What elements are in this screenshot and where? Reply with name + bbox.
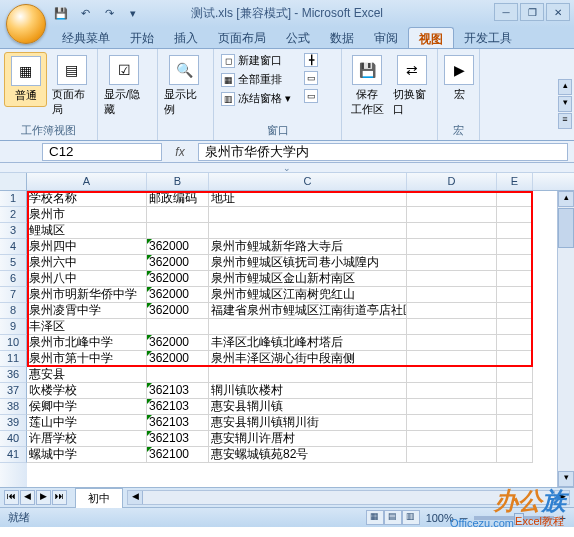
cell-A9[interactable]: 丰泽区 [27, 319, 147, 335]
cell-D10[interactable] [407, 335, 497, 351]
col-header-C[interactable]: C [209, 173, 407, 190]
cell-D5[interactable] [407, 255, 497, 271]
zoom-level[interactable]: 100% [426, 512, 454, 524]
row-header-9[interactable]: 9 [0, 319, 27, 335]
select-all-corner[interactable] [0, 173, 27, 190]
vertical-scrollbar[interactable]: ▴ ▾ [557, 191, 574, 487]
cell-B39[interactable]: 362103 [147, 415, 209, 431]
cell-C5[interactable]: 泉州市鲤城区镇抚司巷小城隍内 [209, 255, 407, 271]
save-workspace-button[interactable]: 💾 保存 工作区 [346, 52, 388, 120]
hide-button[interactable]: ▭ [301, 70, 321, 86]
cell-B2[interactable] [147, 207, 209, 223]
cell-A40[interactable]: 许厝学校 [27, 431, 147, 447]
tab-经典菜单[interactable]: 经典菜单 [52, 27, 120, 48]
cell-B3[interactable] [147, 223, 209, 239]
formula-bar-expand[interactable]: ⌄ [0, 163, 574, 173]
cell-E38[interactable] [497, 399, 533, 415]
row-header-6[interactable]: 6 [0, 271, 27, 287]
tab-开始[interactable]: 开始 [120, 27, 164, 48]
show-hide-button[interactable]: ☑ 显示/隐藏 [102, 52, 146, 120]
row-header-40[interactable]: 40 [0, 431, 27, 447]
horizontal-scrollbar[interactable]: ◀▶ [127, 490, 570, 505]
cell-E10[interactable] [497, 335, 533, 351]
cell-E39[interactable] [497, 415, 533, 431]
scroll-down-icon[interactable]: ▾ [558, 471, 574, 487]
view-normal-button[interactable]: ▦ 普通 [4, 52, 47, 107]
new-window-button[interactable]: ◻新建窗口 [218, 52, 294, 69]
cell-B5[interactable]: 362000 [147, 255, 209, 271]
tab-数据[interactable]: 数据 [320, 27, 364, 48]
freeze-panes-button[interactable]: ▥冻结窗格▾ [218, 90, 294, 107]
col-header-B[interactable]: B [147, 173, 209, 190]
row-header-41[interactable]: 41 [0, 447, 27, 463]
sheet-tab[interactable]: 初中 [75, 488, 123, 508]
cell-D38[interactable] [407, 399, 497, 415]
office-button[interactable] [6, 4, 46, 44]
cell-C11[interactable]: 泉州丰泽区湖心街中段南侧 [209, 351, 407, 367]
cell-B1[interactable]: 邮政编码 [147, 191, 209, 207]
close-button[interactable]: ✕ [546, 3, 570, 21]
cell-D36[interactable] [407, 367, 497, 383]
cell-E36[interactable] [497, 367, 533, 383]
cell-C38[interactable]: 惠安县辋川镇 [209, 399, 407, 415]
cell-E3[interactable] [497, 223, 533, 239]
cell-E9[interactable] [497, 319, 533, 335]
cell-C40[interactable]: 惠安辋川许厝村 [209, 431, 407, 447]
undo-icon[interactable]: ↶ [76, 5, 94, 23]
cell-D39[interactable] [407, 415, 497, 431]
tab-公式[interactable]: 公式 [276, 27, 320, 48]
tab-审阅[interactable]: 审阅 [364, 27, 408, 48]
cell-B8[interactable]: 362000 [147, 303, 209, 319]
unhide-button[interactable]: ▭ [301, 88, 321, 104]
cell-A37[interactable]: 吹楼学校 [27, 383, 147, 399]
cell-B40[interactable]: 362103 [147, 431, 209, 447]
cell-E37[interactable] [497, 383, 533, 399]
view-page-layout-button[interactable]: ▤ 页面布局 [50, 52, 93, 120]
cell-A36[interactable]: 惠安县 [27, 367, 147, 383]
cell-B36[interactable] [147, 367, 209, 383]
arrange-all-button[interactable]: ▦全部重排 [218, 71, 294, 88]
cell-C2[interactable] [209, 207, 407, 223]
cell-D37[interactable] [407, 383, 497, 399]
col-header-D[interactable]: D [407, 173, 497, 190]
zoom-in-icon[interactable]: + [560, 512, 566, 524]
tab-页面布局[interactable]: 页面布局 [208, 27, 276, 48]
cell-C39[interactable]: 惠安县辋川镇辋川街 [209, 415, 407, 431]
zoom-button[interactable]: 🔍 显示比例 [162, 52, 206, 120]
cell-A10[interactable]: 泉州市北峰中学 [27, 335, 147, 351]
cell-A8[interactable]: 泉州凌霄中学 [27, 303, 147, 319]
scroll-thumb[interactable] [558, 208, 574, 248]
row-header-10[interactable]: 10 [0, 335, 27, 351]
cell-D2[interactable] [407, 207, 497, 223]
sheet-nav[interactable]: ⏮◀▶⏭ [0, 490, 71, 505]
cell-D8[interactable] [407, 303, 497, 319]
row-header-8[interactable]: 8 [0, 303, 27, 319]
qat-dropdown-icon[interactable]: ▾ [124, 5, 142, 23]
cell-B9[interactable] [147, 319, 209, 335]
cell-E6[interactable] [497, 271, 533, 287]
cell-B4[interactable]: 362000 [147, 239, 209, 255]
cell-E4[interactable] [497, 239, 533, 255]
cell-C1[interactable]: 地址 [209, 191, 407, 207]
cell-E11[interactable] [497, 351, 533, 367]
scroll-up-icon[interactable]: ▴ [558, 191, 574, 207]
cell-D9[interactable] [407, 319, 497, 335]
view-shortcuts[interactable]: ▦▤▥ [366, 510, 420, 525]
minimize-button[interactable]: ─ [494, 3, 518, 21]
cell-A6[interactable]: 泉州八中 [27, 271, 147, 287]
cell-C8[interactable]: 福建省泉州市鲤城区江南街道亭店社区凌霄路321号 [209, 303, 407, 319]
name-box[interactable] [42, 143, 162, 161]
cell-E7[interactable] [497, 287, 533, 303]
cell-C7[interactable]: 泉州市鲤城区江南树兜红山 [209, 287, 407, 303]
cell-B38[interactable]: 362103 [147, 399, 209, 415]
cell-A41[interactable]: 螺城中学 [27, 447, 147, 463]
row-header-39[interactable]: 39 [0, 415, 27, 431]
cell-C9[interactable] [209, 319, 407, 335]
row-header-38[interactable]: 38 [0, 399, 27, 415]
cell-B11[interactable]: 362000 [147, 351, 209, 367]
cell-A1[interactable]: 学校名称 [27, 191, 147, 207]
cell-C37[interactable]: 辋川镇吹楼村 [209, 383, 407, 399]
zoom-slider[interactable] [474, 516, 554, 520]
cell-E2[interactable] [497, 207, 533, 223]
row-header-4[interactable]: 4 [0, 239, 27, 255]
